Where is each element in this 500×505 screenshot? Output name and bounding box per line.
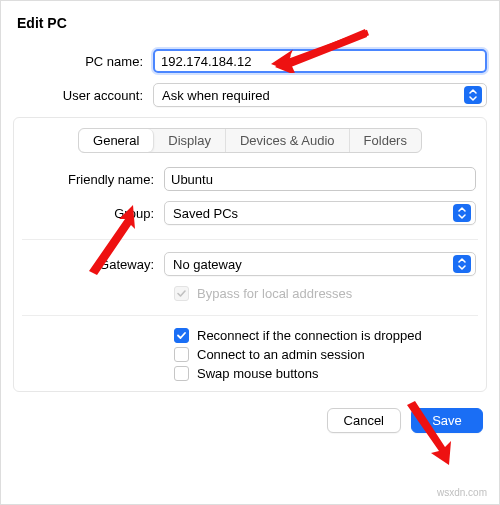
gateway-label: Gateway:	[24, 257, 164, 272]
friendly-name-input[interactable]	[164, 167, 476, 191]
friendly-name-label: Friendly name:	[24, 172, 164, 187]
user-account-label: User account:	[13, 88, 153, 103]
watermark: wsxdn.com	[437, 487, 487, 498]
group-value: Saved PCs	[173, 206, 453, 221]
updown-icon	[453, 255, 471, 273]
save-button[interactable]: Save	[411, 408, 483, 433]
swap-checkbox[interactable]	[174, 366, 189, 381]
tab-general[interactable]: General	[79, 129, 154, 152]
swap-label: Swap mouse buttons	[197, 366, 318, 381]
reconnect-checkbox[interactable]	[174, 328, 189, 343]
user-account-value: Ask when required	[162, 88, 464, 103]
tab-bar: General Display Devices & Audio Folders	[24, 128, 476, 153]
pc-name-input[interactable]	[153, 49, 487, 73]
admin-checkbox[interactable]	[174, 347, 189, 362]
updown-icon	[464, 86, 482, 104]
tab-folders[interactable]: Folders	[350, 129, 421, 152]
bypass-label: Bypass for local addresses	[197, 286, 352, 301]
group-label: Group:	[24, 206, 164, 221]
settings-panel: General Display Devices & Audio Folders …	[13, 117, 487, 392]
gateway-value: No gateway	[173, 257, 453, 272]
reconnect-label: Reconnect if the connection is dropped	[197, 328, 422, 343]
bypass-checkbox	[174, 286, 189, 301]
updown-icon	[453, 204, 471, 222]
divider	[22, 315, 478, 316]
tab-display[interactable]: Display	[154, 129, 226, 152]
tab-devices-audio[interactable]: Devices & Audio	[226, 129, 350, 152]
cancel-button[interactable]: Cancel	[327, 408, 401, 433]
pc-name-label: PC name:	[13, 54, 153, 69]
admin-label: Connect to an admin session	[197, 347, 365, 362]
gateway-popup[interactable]: No gateway	[164, 252, 476, 276]
divider	[22, 239, 478, 240]
page-title: Edit PC	[13, 9, 487, 45]
group-popup[interactable]: Saved PCs	[164, 201, 476, 225]
user-account-popup[interactable]: Ask when required	[153, 83, 487, 107]
